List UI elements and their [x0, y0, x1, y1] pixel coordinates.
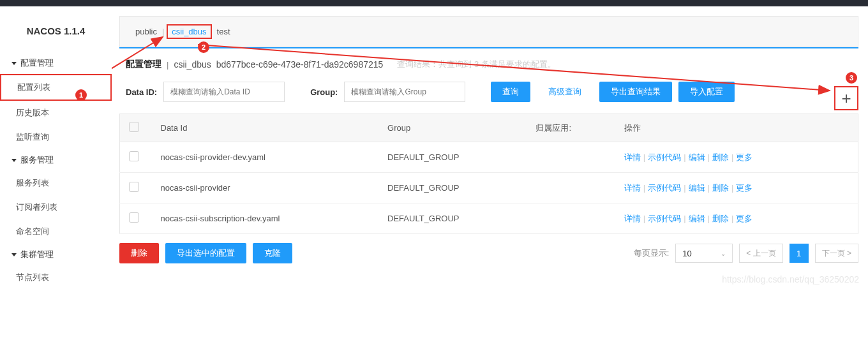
annotation-badge-1: 1	[75, 89, 87, 101]
breadcrumb: 配置管理 | csii_dbus bd677bce-c69e-473e-8f71…	[119, 48, 858, 77]
query-button[interactable]: 查询	[491, 82, 530, 102]
col-dataid: Data Id	[152, 114, 379, 142]
breadcrumb-uuid: bd677bce-c69e-473e-8f71-da92c6987215	[216, 59, 384, 70]
query-result-hint: 查询结果：共查询到 3 条满足要求的配置。	[397, 59, 555, 70]
op-detail[interactable]: 详情	[624, 214, 641, 223]
namespace-tabs: public | csii_dbus test	[119, 16, 858, 47]
nav-group-config[interactable]: 配置管理	[0, 52, 112, 74]
group-input[interactable]	[344, 82, 465, 102]
op-edit[interactable]: 编辑	[689, 152, 705, 162]
page-size-label: 每页显示:	[634, 247, 670, 259]
op-more[interactable]: 更多	[736, 152, 752, 162]
table-row: nocas-csii-provider-dev.yamlDEFAULT_GROU…	[120, 142, 858, 173]
op-sample[interactable]: 示例代码	[648, 214, 681, 223]
page-size-select[interactable]: 10 ⌄	[675, 244, 733, 263]
op-delete[interactable]: 删除	[712, 214, 729, 223]
sidebar-item-history[interactable]: 历史版本	[0, 101, 112, 125]
tab-test[interactable]: test	[214, 27, 233, 36]
op-edit[interactable]: 编辑	[689, 214, 705, 223]
row-checkbox[interactable]	[129, 182, 139, 192]
select-all-checkbox[interactable]	[129, 122, 139, 132]
sidebar-item-config-list[interactable]: 配置列表	[0, 74, 112, 101]
op-detail[interactable]: 详情	[624, 152, 641, 162]
sidebar-item-namespace[interactable]: 命名空间	[0, 219, 112, 244]
search-bar: Data ID: Group: 查询 高级查询 导出查询结果 导入配置	[119, 77, 858, 114]
cell-ops: 详情|示例代码|编辑|删除|更多	[615, 173, 858, 203]
cell-app	[527, 203, 615, 234]
cell-dataid: nocas-csii-provider	[152, 173, 379, 203]
op-more[interactable]: 更多	[736, 183, 752, 193]
nav-group-cluster[interactable]: 集群管理	[0, 244, 112, 265]
op-detail[interactable]: 详情	[624, 183, 641, 193]
group-label: Group:	[310, 87, 338, 97]
main-content: public | csii_dbus test 配置管理 | csii_dbus…	[112, 6, 868, 290]
annotation-badge-3: 3	[846, 72, 857, 84]
col-group: Group	[378, 114, 527, 142]
sidebar: NACOS 1.1.4 配置管理 配置列表 历史版本 监听查询 服务管理 服务列…	[0, 6, 112, 290]
import-config-button[interactable]: 导入配置	[678, 82, 735, 102]
logo: NACOS 1.1.4	[0, 19, 112, 52]
export-selected-button[interactable]: 导出选中的配置	[165, 243, 246, 263]
cell-dataid: nocas-csii-subscription-dev.yaml	[152, 203, 379, 234]
op-more[interactable]: 更多	[736, 214, 752, 223]
sidebar-item-service-list[interactable]: 服务列表	[0, 171, 112, 195]
sidebar-item-nodes[interactable]: 节点列表	[0, 265, 112, 290]
nav-group-service[interactable]: 服务管理	[0, 149, 112, 171]
chevron-down-icon: ⌄	[721, 250, 726, 257]
prev-page-button[interactable]: < 上一页	[739, 244, 782, 263]
tab-csii-dbus[interactable]: csii_dbus	[167, 24, 211, 39]
breadcrumb-ns: csii_dbus	[174, 59, 211, 70]
cell-app	[527, 142, 615, 173]
cell-group: DEFAULT_GROUP	[378, 173, 527, 203]
col-ops: 操作	[615, 114, 858, 142]
col-app: 归属应用:	[527, 114, 615, 142]
op-sample[interactable]: 示例代码	[648, 152, 681, 162]
current-page[interactable]: 1	[789, 244, 809, 263]
op-sample[interactable]: 示例代码	[648, 183, 681, 193]
delete-button[interactable]: 删除	[119, 243, 159, 263]
config-table: Data Id Group 归属应用: 操作 nocas-csii-provid…	[119, 114, 858, 234]
next-page-button[interactable]: 下一页 >	[815, 244, 858, 263]
cell-dataid: nocas-csii-provider-dev.yaml	[152, 142, 379, 173]
annotation-badge-2: 2	[198, 41, 209, 53]
row-checkbox[interactable]	[129, 151, 139, 161]
table-row: nocas-csii-subscription-dev.yamlDEFAULT_…	[120, 203, 858, 234]
op-delete[interactable]: 删除	[712, 183, 729, 193]
pagination: 每页显示: 10 ⌄ < 上一页 1 下一页 >	[634, 244, 858, 263]
cell-app	[527, 173, 615, 203]
cell-group: DEFAULT_GROUP	[378, 142, 527, 173]
advanced-query-link[interactable]: 高级查询	[537, 82, 593, 102]
chevron-down-icon	[11, 253, 17, 256]
op-edit[interactable]: 编辑	[689, 183, 705, 193]
cell-ops: 详情|示例代码|编辑|删除|更多	[615, 142, 858, 173]
cell-group: DEFAULT_GROUP	[378, 203, 527, 234]
clone-button[interactable]: 克隆	[253, 243, 292, 263]
sidebar-item-subscriber[interactable]: 订阅者列表	[0, 195, 112, 219]
dataid-label: Data ID:	[126, 87, 157, 97]
table-row: nocas-csii-providerDEFAULT_GROUP详情|示例代码|…	[120, 173, 858, 203]
table-footer: 删除 导出选中的配置 克隆 每页显示: 10 ⌄ < 上一页 1 下一页 >	[119, 234, 858, 272]
export-results-button[interactable]: 导出查询结果	[599, 82, 672, 102]
page-title: 配置管理	[126, 59, 161, 70]
tab-public[interactable]: public	[133, 27, 160, 36]
chevron-down-icon	[11, 62, 17, 65]
cell-ops: 详情|示例代码|编辑|删除|更多	[615, 203, 858, 234]
watermark: https://blog.csdn.net/qq_36250202	[722, 274, 859, 284]
op-delete[interactable]: 删除	[712, 152, 729, 162]
plus-icon: +	[841, 89, 851, 108]
chevron-down-icon	[11, 159, 17, 162]
sidebar-item-listen[interactable]: 监听查询	[0, 125, 112, 149]
row-checkbox[interactable]	[129, 212, 139, 223]
dataid-input[interactable]	[163, 82, 285, 102]
add-config-button[interactable]: +	[834, 86, 858, 110]
